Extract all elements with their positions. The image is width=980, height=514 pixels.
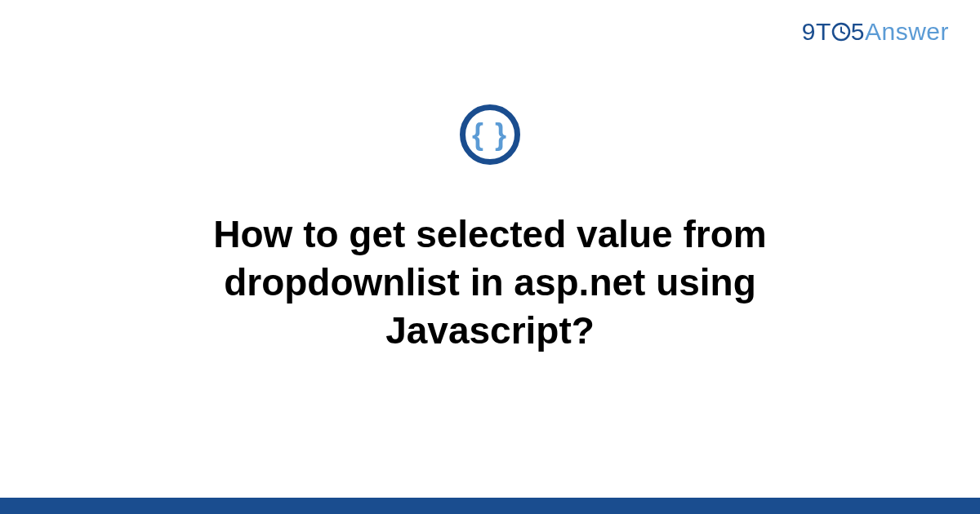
logo-t: T: [816, 18, 831, 45]
logo-nine: 9: [802, 18, 816, 45]
logo-clock-icon: [831, 22, 851, 42]
braces-glyph: { }: [472, 120, 508, 149]
code-braces-icon: { }: [460, 104, 520, 165]
bottom-accent-bar: [0, 498, 980, 514]
logo-five: 5: [851, 18, 865, 45]
question-title: How to get selected value from dropdownl…: [122, 210, 858, 355]
svg-line-2: [841, 32, 844, 33]
main-content: { } How to get selected value from dropd…: [0, 104, 980, 355]
logo-answer: Answer: [865, 18, 949, 45]
site-logo: 9T5Answer: [802, 18, 949, 46]
